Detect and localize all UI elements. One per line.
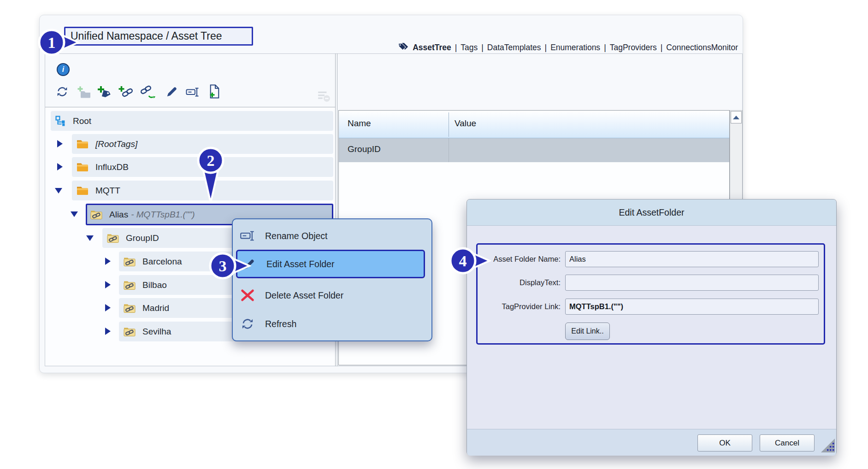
- step-badge-4: 4: [447, 246, 491, 276]
- column-header-name[interactable]: Name: [348, 118, 371, 129]
- tree-row-label: GroupID: [126, 233, 159, 243]
- tagprovider-link-label: TagProvider Link:: [481, 302, 561, 311]
- edit-assetfolder-dialog: Edit AssetFolder Asset Folder Name: Disp…: [466, 199, 837, 455]
- tab-connectionsmonitor[interactable]: ConnectionsMonitor: [666, 43, 738, 53]
- grid-cell-name: GroupID: [348, 144, 381, 154]
- module-tabs: AssetTree | Tags | DataTemplates | Enume…: [397, 41, 738, 54]
- rename-button[interactable]: [185, 87, 200, 97]
- tab-separator: |: [455, 43, 457, 53]
- info-icon[interactable]: i: [57, 63, 70, 76]
- display-text-label: DisplayText:: [481, 278, 561, 287]
- add-tag-button[interactable]: [97, 85, 112, 99]
- add-folder-button[interactable]: [77, 85, 91, 99]
- folder-icon: [77, 186, 89, 195]
- tree-row-label: Alias: [109, 210, 128, 220]
- expander-roottags[interactable]: [57, 140, 63, 147]
- add-document-button[interactable]: [208, 84, 220, 99]
- rename-icon: [238, 230, 257, 241]
- filter-clear-icon[interactable]: [317, 90, 331, 103]
- tab-separator: |: [481, 43, 484, 53]
- tree-row-label: InfluxDB: [95, 162, 129, 172]
- linked-folder-icon: [90, 210, 102, 220]
- grid-row-groupid[interactable]: GroupID: [339, 138, 729, 162]
- expander-sevilha[interactable]: [105, 328, 111, 335]
- linked-folder-icon: [124, 280, 136, 290]
- menu-item-label: Edit Asset Folder: [266, 259, 334, 270]
- tab-separator: |: [661, 43, 663, 53]
- page-title-text: Unified Namespace / Asset Tree: [71, 30, 222, 42]
- menu-item-label: Refresh: [265, 319, 296, 329]
- scroll-up-icon: [733, 116, 739, 119]
- tree-row-label: Bilbao: [142, 280, 167, 290]
- column-header-value[interactable]: Value: [455, 118, 476, 129]
- linked-folder-icon: [107, 233, 119, 243]
- step-badge-3: 3: [207, 251, 251, 281]
- folder-icon: [77, 162, 89, 172]
- refresh-icon: [238, 317, 257, 330]
- tree-row-label: Root: [73, 116, 91, 126]
- tab-tagproviders[interactable]: TagProviders: [610, 43, 657, 53]
- tab-tags[interactable]: Tags: [461, 43, 478, 53]
- form-row: DisplayText:: [478, 275, 824, 291]
- tagprovider-link-field[interactable]: [565, 299, 819, 315]
- expander-barcelona[interactable]: [105, 258, 111, 265]
- linked-folder-icon: [124, 303, 136, 313]
- refresh-button[interactable]: [56, 86, 68, 98]
- expander-groupid[interactable]: [86, 235, 94, 241]
- tree-row-link-suffix: - MQTTspB1.(""): [131, 210, 195, 220]
- ok-button[interactable]: OK: [697, 434, 752, 451]
- tree-row-label: Sevilha: [142, 327, 171, 337]
- column-divider[interactable]: [449, 112, 449, 137]
- menu-item-label: Delete Asset Folder: [265, 290, 343, 301]
- tree-row-label: Madrid: [142, 303, 169, 313]
- display-text-field[interactable]: [565, 275, 819, 291]
- step-badge-2: 2: [195, 146, 226, 205]
- step-badge-1-number: 1: [48, 34, 56, 51]
- tab-separator: |: [604, 43, 606, 53]
- link-settings-button[interactable]: [139, 85, 156, 99]
- column-divider: [449, 138, 449, 162]
- edit-pencil-button[interactable]: [166, 86, 178, 98]
- page-title: Unified Namespace / Asset Tree: [64, 27, 253, 46]
- menu-item-edit-asset-folder[interactable]: Edit Asset Folder: [236, 250, 425, 278]
- form-row: TagProvider Link:: [478, 299, 824, 315]
- step-badge-1: 1: [36, 26, 80, 59]
- scroll-up-button[interactable]: [731, 111, 742, 123]
- step-badge-3-number: 3: [219, 258, 227, 275]
- tab-datatemplates[interactable]: DataTemplates: [487, 43, 541, 53]
- linked-folder-icon: [124, 257, 136, 267]
- dialog-form-highlight: Asset Folder Name: DisplayText: TagProvi…: [476, 243, 825, 345]
- asset-folder-name-label: Asset Folder Name:: [481, 255, 561, 264]
- tab-enumerations[interactable]: Enumerations: [550, 43, 600, 53]
- tags-icon: [397, 42, 408, 53]
- step-badge-4-number: 4: [459, 252, 467, 270]
- edit-link-button[interactable]: Edit Link..: [565, 322, 610, 340]
- tree-row-label: MQTT: [95, 186, 120, 196]
- add-link-button[interactable]: [118, 85, 134, 99]
- cancel-button[interactable]: Cancel: [760, 434, 815, 451]
- menu-item-delete-asset-folder[interactable]: Delete Asset Folder: [238, 284, 425, 307]
- menu-item-label: Rename Object: [265, 231, 327, 241]
- grid-header: Name Value: [339, 111, 729, 138]
- step-badge-2-number: 2: [207, 152, 215, 169]
- hierarchy-icon: [55, 116, 66, 126]
- tab-separator: |: [545, 43, 547, 53]
- expander-bilbao[interactable]: [105, 281, 111, 288]
- expander-madrid[interactable]: [105, 304, 111, 311]
- menu-item-refresh[interactable]: Refresh: [238, 312, 425, 335]
- tree-row-label: [RootTags]: [95, 139, 137, 149]
- expander-mqtt[interactable]: [55, 188, 62, 193]
- tree-row-root[interactable]: Root: [51, 111, 333, 131]
- folder-icon: [77, 139, 89, 149]
- asset-folder-name-field[interactable]: [565, 251, 819, 267]
- tree-row-label: Barcelona: [142, 257, 182, 267]
- linked-folder-icon: [124, 327, 136, 337]
- expander-alias[interactable]: [71, 211, 78, 217]
- delete-x-icon: [238, 288, 257, 302]
- tab-assettree[interactable]: AssetTree: [413, 43, 451, 53]
- resize-grip[interactable]: [820, 438, 836, 453]
- menu-item-rename-object[interactable]: Rename Object: [238, 224, 425, 247]
- expander-influxdb[interactable]: [57, 163, 63, 170]
- form-row: Asset Folder Name:: [478, 251, 824, 267]
- dialog-title: Edit AssetFolder: [467, 199, 836, 226]
